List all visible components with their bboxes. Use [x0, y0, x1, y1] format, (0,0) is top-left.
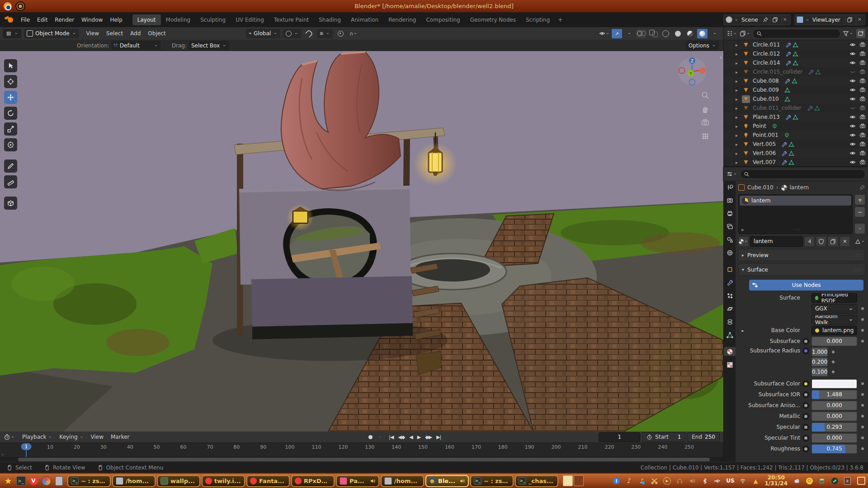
viewport-menu-view[interactable]: View [83, 28, 103, 38]
object-name[interactable]: Plane.013 [753, 114, 780, 120]
mode-dropdown[interactable]: Object Mode [24, 29, 79, 38]
eye-open-icon[interactable] [849, 51, 856, 57]
panel-surface[interactable]: ▾ Surface :::: [738, 263, 865, 276]
tray-updates-icon[interactable]: ▲ [751, 476, 760, 485]
node-socket[interactable] [802, 380, 809, 387]
workspace-1[interactable] [563, 475, 573, 486]
tray-calculator-icon[interactable] [817, 476, 826, 485]
tray-usb-icon[interactable] [713, 476, 722, 485]
resize-grip[interactable]: :::: [793, 227, 801, 232]
tool-rotate[interactable] [4, 107, 17, 120]
timeline-menu-marker[interactable]: Marker [107, 432, 133, 442]
vector-value-field[interactable]: 0.100 [811, 367, 828, 376]
outliner-row[interactable]: ▸ Plane.013 [724, 113, 868, 122]
camera-render-icon[interactable] [859, 78, 866, 84]
scene-selector[interactable]: Scene ✕ [723, 14, 791, 25]
start-frame-field[interactable]: 1 [678, 434, 681, 440]
3d-viewport[interactable]: Z Y ‹ [0, 51, 723, 432]
viewlayer-name[interactable]: ViewLayer [811, 17, 843, 23]
workspace-tab-shading[interactable]: Shading [314, 14, 346, 25]
editor-type-dropdown[interactable] [3, 29, 21, 38]
current-frame-field[interactable]: 1 [599, 432, 640, 442]
drag-setting-dropdown[interactable]: Select Box [189, 41, 229, 50]
shading-material-button[interactable] [685, 29, 695, 38]
workspace-tab-rendering[interactable]: Rendering [383, 14, 421, 25]
vector-value-field[interactable]: 1.000 [811, 347, 828, 357]
slot-specials-button[interactable] [854, 223, 865, 234]
outliner-row[interactable]: ▸ Cube.008 [724, 76, 868, 85]
slider-subsurface-aniso[interactable]: 0.000 [811, 401, 857, 410]
expand-arrow-icon[interactable]: ▸ [736, 97, 740, 102]
pivot-point-dropdown[interactable] [283, 29, 301, 38]
scene-name[interactable]: Scene [741, 17, 761, 23]
workspace-tab-layout[interactable]: Layout [132, 14, 161, 25]
animate-decorator[interactable] [830, 369, 836, 375]
material-slot-list[interactable]: lantern ▸ :::: [738, 194, 853, 234]
mesh-object-icon[interactable] [742, 77, 750, 85]
object-name[interactable]: Point [753, 123, 766, 129]
node-socket[interactable] [802, 446, 809, 452]
overlays-toggle[interactable] [636, 29, 646, 38]
outliner-row[interactable]: ▸ Circle.014 [724, 58, 868, 67]
animate-decorator[interactable] [859, 392, 865, 398]
eye-closed-icon[interactable] [849, 69, 856, 75]
tray-emoji-picker-icon[interactable]: ☺ [805, 476, 814, 485]
mesh-object-icon[interactable] [742, 95, 750, 103]
material-users-button[interactable]: 4 [804, 236, 815, 247]
tray-password-manager-icon[interactable] [830, 476, 839, 485]
task-hom[interactable]: /hom... [381, 475, 424, 487]
menu-file[interactable]: File [17, 15, 33, 25]
next-keyframe-button[interactable]: ◆▶ [423, 434, 434, 440]
menu-help[interactable]: Help [106, 15, 126, 25]
tool-select-box[interactable] [4, 59, 17, 72]
animate-decorator[interactable] [859, 338, 865, 344]
outliner-row[interactable]: ▸ Point.001 [724, 131, 868, 140]
task-rpxde[interactable]: RPxDE... [291, 475, 335, 487]
mesh-object-icon[interactable] [742, 141, 750, 148]
task-chas[interactable]: >_ _chas... [515, 475, 558, 487]
expand-arrow-icon[interactable]: ▸ [740, 328, 745, 333]
workspace-tab-animation[interactable]: Animation [346, 14, 383, 25]
sidebar-collapse-arrow[interactable]: ‹ [720, 54, 722, 61]
slider-subsurface-ior[interactable]: 1.488 [811, 390, 857, 399]
object-name[interactable]: Circle.011 [753, 42, 780, 48]
workspace-2[interactable] [574, 475, 584, 486]
node-socket[interactable] [802, 347, 809, 354]
new-scene-icon[interactable] [772, 17, 778, 23]
object-name[interactable]: Vert.007 [753, 159, 776, 165]
clock[interactable]: 20:501/31/24 [764, 475, 788, 487]
workspace-tab-texture-paint[interactable]: Texture Paint [269, 14, 314, 25]
eye-open-icon[interactable] [849, 159, 856, 166]
camera-render-icon[interactable] [859, 123, 866, 130]
gizmos-toggle[interactable]: ↗ [612, 29, 622, 38]
remove-slot-button[interactable]: − [854, 206, 865, 217]
animate-decorator[interactable] [859, 381, 865, 387]
tool-measure[interactable] [4, 175, 17, 188]
pin-id-icon[interactable] [859, 184, 865, 191]
properties-tab-world[interactable] [724, 248, 736, 257]
workspace-tab-compositing[interactable]: Compositing [421, 14, 465, 25]
timeline-ruler[interactable]: › 10203040506070809010011012013014015016… [0, 443, 723, 457]
tray-wifi-icon[interactable] [738, 476, 747, 485]
slider-roughness[interactable]: 0.745 [811, 444, 857, 454]
tray-clipboard-manager-icon[interactable] [650, 476, 659, 485]
eye-open-icon[interactable] [849, 42, 856, 48]
eye-open-icon[interactable] [849, 87, 856, 94]
blender-menu-icon[interactable] [5, 17, 14, 23]
color-swatch-subsurface-color[interactable] [811, 379, 857, 389]
eye-open-icon[interactable] [849, 150, 856, 157]
slider-specular-tint[interactable]: 0.000 [811, 433, 857, 443]
animate-decorator[interactable] [830, 349, 836, 355]
task-twily-i[interactable]: twily.i... [202, 475, 245, 487]
camera-render-icon[interactable] [859, 87, 866, 94]
task-hom[interactable]: /hom... [112, 475, 156, 487]
outliner-row[interactable]: ▸ Circle.011 [724, 40, 868, 49]
end-frame-field[interactable]: 250 [705, 434, 715, 440]
eye-open-icon[interactable] [849, 123, 856, 130]
menu-render[interactable]: Render [51, 15, 78, 25]
mesh-object-icon[interactable] [742, 59, 750, 67]
shading-solid-button[interactable] [673, 29, 683, 38]
animate-decorator[interactable] [859, 328, 865, 333]
object-name[interactable]: Cube.009 [753, 87, 779, 93]
menu-edit[interactable]: Edit [33, 15, 51, 25]
